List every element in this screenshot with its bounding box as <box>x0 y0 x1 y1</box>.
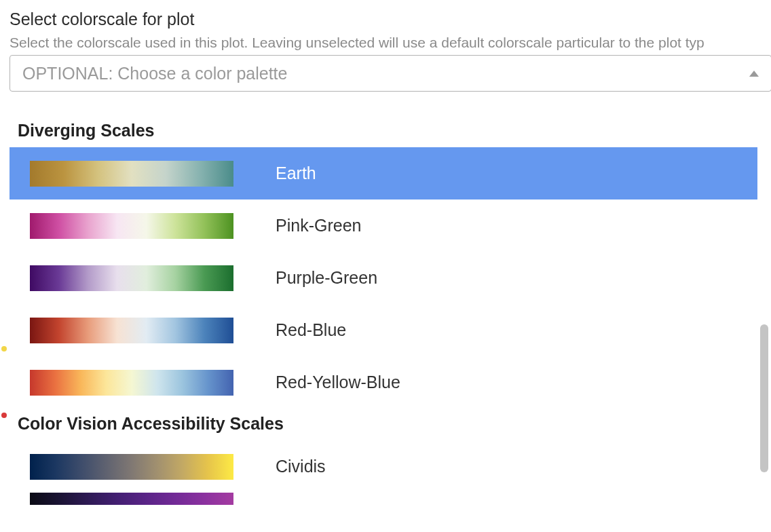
field-title: Select colorscale for plot <box>10 10 771 29</box>
select-control[interactable]: OPTIONAL: Choose a color palette <box>10 55 771 92</box>
swatch-pink-green <box>30 213 233 239</box>
group-header-cva: Color Vision Accessibility Scales <box>10 408 757 440</box>
option-label: Earth <box>276 164 316 183</box>
option-purple-green[interactable]: Purple-Green <box>10 252 757 304</box>
colorscale-select[interactable]: OPTIONAL: Choose a color palette <box>10 55 771 92</box>
option-pink-green[interactable]: Pink-Green <box>10 200 757 252</box>
option-label: Pink-Green <box>276 216 361 235</box>
swatch-red-yellow-blue <box>30 370 233 396</box>
scrollbar-thumb[interactable] <box>760 324 768 472</box>
chevron-up-icon <box>749 71 759 77</box>
swatch-partial <box>30 493 233 505</box>
option-label: Red-Blue <box>276 320 346 340</box>
option-label: Red-Yellow-Blue <box>276 373 400 392</box>
option-red-blue[interactable]: Red-Blue <box>10 304 757 356</box>
options-list[interactable]: Diverging Scales Earth Pink-Green Purple… <box>10 113 757 532</box>
option-red-yellow-blue[interactable]: Red-Yellow-Blue <box>10 356 757 408</box>
option-partial[interactable] <box>10 493 757 505</box>
option-cividis[interactable]: Cividis <box>10 440 757 493</box>
group-header-diverging: Diverging Scales <box>10 115 757 147</box>
swatch-red-blue <box>30 318 233 343</box>
option-earth[interactable]: Earth <box>10 147 757 200</box>
swatch-cividis <box>30 454 233 480</box>
option-label: Purple-Green <box>276 268 377 288</box>
dropdown-panel: Diverging Scales Earth Pink-Green Purple… <box>10 113 771 532</box>
background-obscured <box>0 305 10 418</box>
field-description: Select the colorscale used in this plot.… <box>10 35 771 51</box>
select-placeholder: OPTIONAL: Choose a color palette <box>22 64 287 83</box>
swatch-earth <box>30 161 233 187</box>
scrollbar-track[interactable] <box>757 113 770 532</box>
swatch-purple-green <box>30 265 233 291</box>
option-label: Cividis <box>276 457 326 476</box>
